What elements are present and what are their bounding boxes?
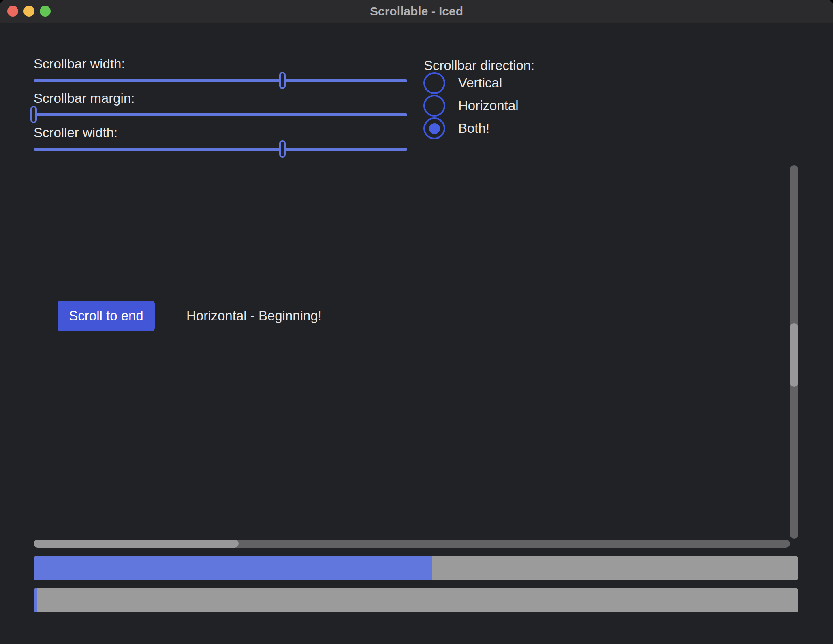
scrollable-area[interactable]: Scroll to end Horizontal - Beginning! [0, 0, 833, 644]
horizontal-scrollbar[interactable] [34, 540, 790, 548]
scroll-to-end-button[interactable]: Scroll to end [58, 301, 155, 331]
app-window: Scrollable - Iced Scrollbar width: Scrol… [0, 0, 833, 644]
horizontal-progress-bar [34, 556, 798, 580]
scroll-status-text: Horizontal - Beginning! [186, 308, 322, 324]
vertical-scroller[interactable] [790, 323, 798, 387]
progress-fill [34, 556, 432, 580]
vertical-scrollbar[interactable] [790, 165, 798, 539]
horizontal-scroller[interactable] [34, 540, 239, 548]
vertical-progress-bar [34, 588, 798, 612]
progress-fill [34, 588, 37, 612]
